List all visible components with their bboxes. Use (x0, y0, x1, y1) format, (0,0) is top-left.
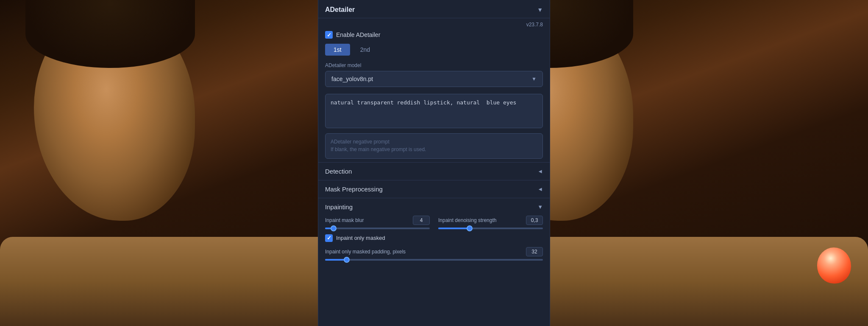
model-label: ADetailer model (318, 61, 550, 71)
mask-preprocessing-arrow: ◄ (537, 186, 543, 192)
panel-header: ADetailer ▼ (318, 0, 550, 18)
mask-blur-label: Inpaint mask blur (325, 217, 364, 223)
padding-label-row: Inpaint only masked padding, pixels 32 (325, 247, 543, 256)
panel-collapse-icon[interactable]: ▼ (537, 6, 543, 13)
mask-blur-value[interactable]: 4 (413, 216, 430, 225)
positive-prompt[interactable]: natural transparent reddish lipstick, na… (325, 94, 543, 128)
detection-title: Detection (325, 168, 352, 175)
detection-section-header[interactable]: Detection ◄ (318, 162, 550, 180)
mask-preprocessing-header[interactable]: Mask Preprocessing ◄ (318, 180, 550, 198)
tab-2nd[interactable]: 2nd (352, 44, 378, 56)
only-masked-checkbox[interactable] (325, 234, 333, 242)
denoise-fill (438, 228, 470, 229)
mask-blur-track[interactable] (325, 228, 430, 229)
enable-label: Enable ADetailer (336, 31, 380, 38)
mask-blur-col: Inpaint mask blur 4 (325, 216, 430, 229)
padding-label: Inpaint only masked padding, pixels (325, 249, 406, 255)
model-dropdown-wrap: face_yolov8n.pt ▼ (318, 71, 550, 94)
negative-prompt-wrap: ADetailer negative prompt If blank, the … (318, 133, 550, 162)
dual-slider-row: Inpaint mask blur 4 Inpaint denoising st… (318, 216, 550, 233)
model-dropdown[interactable]: face_yolov8n.pt ▼ (325, 71, 543, 87)
enable-checkbox[interactable] (325, 31, 333, 39)
negative-prompt-placeholder-line2: If blank, the main negative prompt is us… (331, 146, 426, 152)
enable-row: Enable ADetailer (318, 29, 550, 44)
negative-prompt-placeholder-line1: ADetailer negative prompt (331, 139, 389, 145)
model-dropdown-arrow: ▼ (531, 76, 537, 82)
detection-arrow: ◄ (537, 168, 543, 174)
inpainting-arrow: ▼ (537, 204, 543, 210)
prompt-wrap: natural transparent reddish lipstick, na… (318, 94, 550, 133)
model-selected: face_yolov8n.pt (331, 76, 373, 82)
inpainting-header[interactable]: Inpainting ▼ (318, 198, 550, 216)
padding-value[interactable]: 32 (526, 247, 543, 256)
padding-thumb[interactable] (344, 257, 350, 263)
padding-row: Inpaint only masked padding, pixels 32 (318, 245, 550, 264)
denoise-track[interactable] (438, 228, 543, 229)
mask-preprocessing-title: Mask Preprocessing (325, 185, 383, 193)
denoise-label: Inpaint denoising strength (438, 217, 496, 223)
denoise-label-row: Inpaint denoising strength 0,3 (438, 216, 543, 225)
denoise-value[interactable]: 0,3 (526, 216, 543, 225)
mask-blur-thumb[interactable] (331, 225, 337, 231)
panel-title: ADetailer (325, 6, 355, 14)
inpainting-title: Inpainting (325, 203, 353, 211)
denoise-thumb[interactable] (467, 225, 473, 231)
mask-blur-label-row: Inpaint mask blur 4 (325, 216, 430, 225)
tab-1st[interactable]: 1st (325, 44, 350, 56)
adetailer-panel: ADetailer ▼ v23.7.8 Enable ADetailer 1st… (318, 0, 550, 326)
version-row: v23.7.8 (318, 18, 550, 29)
only-masked-label: Inpaint only masked (336, 235, 385, 241)
only-masked-row: Inpaint only masked (318, 233, 550, 245)
tabs-row: 1st 2nd (318, 44, 550, 61)
negative-prompt[interactable]: ADetailer negative prompt If blank, the … (325, 133, 543, 159)
inpainting-section: Inpainting ▼ Inpaint mask blur 4 Inpaint… (318, 198, 550, 264)
version-text: v23.7.8 (526, 22, 543, 28)
padding-track[interactable] (325, 259, 543, 261)
denoise-col: Inpaint denoising strength 0,3 (438, 216, 543, 229)
